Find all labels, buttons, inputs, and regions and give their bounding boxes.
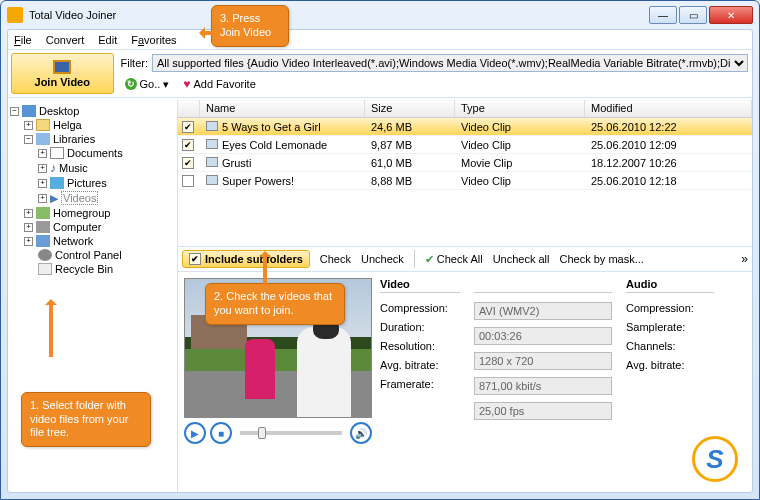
row-checkbox[interactable] [182, 175, 194, 187]
check-button[interactable]: Check [320, 253, 351, 265]
label-resolution: Resolution: [380, 340, 460, 352]
heart-icon: ♥ [183, 77, 190, 91]
tree-recyclebin[interactable]: Recycle Bin [55, 263, 113, 275]
label-a-compression: Compression: [626, 302, 714, 314]
row-checkbox[interactable]: ✔ [182, 157, 194, 169]
computer-icon [36, 221, 50, 233]
label-channels: Channels: [626, 340, 714, 352]
col-size[interactable]: Size [365, 100, 455, 117]
titlebar[interactable]: Total Video Joiner — ▭ ✕ [1, 1, 759, 29]
include-subfolders-toggle[interactable]: ✔Include subfolders [182, 250, 310, 268]
tree-controlpanel[interactable]: Control Panel [55, 249, 122, 261]
network-icon [36, 235, 50, 247]
video-file-icon [206, 175, 218, 185]
video-heading: Video [380, 278, 460, 293]
tree-libraries[interactable]: Libraries [53, 133, 95, 145]
table-row[interactable]: ✔Eyes Cold Lemonade9,87 MBVideo Clip25.0… [178, 136, 752, 154]
checkall-icon: ✔ [425, 253, 434, 266]
value-framerate [474, 402, 612, 420]
callout-1-arrow [49, 301, 53, 357]
window-title: Total Video Joiner [29, 9, 649, 21]
filter-select[interactable]: All supported files {Audio Video Interle… [152, 54, 748, 72]
tree-documents[interactable]: Documents [67, 147, 123, 159]
uncheck-button[interactable]: Uncheck [361, 253, 404, 265]
tree-network[interactable]: Network [53, 235, 93, 247]
join-video-button[interactable]: Join Video [11, 53, 114, 94]
menubar: FFileile Convert Edit Favorites [8, 30, 752, 50]
check-all-button[interactable]: ✔Check All [425, 253, 483, 266]
menu-favorites[interactable]: Favorites [131, 34, 176, 46]
brand-logo: S [692, 436, 738, 482]
pictures-icon [50, 177, 64, 189]
tree-music[interactable]: Music [59, 162, 88, 174]
minimize-button[interactable]: — [649, 6, 677, 24]
volume-slider[interactable] [240, 431, 342, 435]
uncheck-all-button[interactable]: Uncheck all [493, 253, 550, 265]
menu-file[interactable]: FFileile [14, 34, 32, 46]
row-checkbox[interactable]: ✔ [182, 139, 194, 151]
videos-icon: ▶ [50, 192, 58, 205]
mute-button[interactable]: 🔊 [350, 422, 372, 444]
label-compression: Compression: [380, 302, 460, 314]
table-row[interactable]: ✔Grusti61,0 MBMovie Clip18.12.2007 10:26 [178, 154, 752, 172]
table-row[interactable]: Super Powers!8,88 MBVideo Clip25.06.2010… [178, 172, 752, 190]
label-framerate: Framerate: [380, 378, 460, 390]
col-name[interactable]: Name [200, 100, 365, 117]
check-icon: ✔ [189, 253, 201, 265]
menu-convert[interactable]: Convert [46, 34, 85, 46]
row-checkbox[interactable]: ✔ [182, 121, 194, 133]
overflow-icon[interactable]: » [741, 252, 748, 266]
tree-pictures[interactable]: Pictures [67, 177, 107, 189]
callout-1: 1. Select folder with video files from y… [21, 392, 151, 447]
app-icon [7, 7, 23, 23]
value-resolution [474, 352, 612, 370]
controlpanel-icon [38, 249, 52, 261]
documents-icon [50, 147, 64, 159]
label-duration: Duration: [380, 321, 460, 333]
tree-computer[interactable]: Computer [53, 221, 101, 233]
toolbar: Join Video Filter: All supported files {… [8, 50, 752, 98]
audio-heading: Audio [626, 278, 714, 293]
go-button[interactable]: ↻Go..▾ [121, 76, 174, 93]
add-favorite-button[interactable]: ♥Add Favorite [179, 75, 260, 93]
video-file-icon [206, 157, 218, 167]
homegroup-icon [36, 207, 50, 219]
menu-edit[interactable]: Edit [98, 34, 117, 46]
callout-3-arrow [201, 31, 213, 35]
callout-2-arrow [263, 253, 267, 285]
close-button[interactable]: ✕ [709, 6, 753, 24]
value-compression [474, 302, 612, 320]
desktop-icon [22, 105, 36, 117]
tree-homegroup[interactable]: Homegroup [53, 207, 110, 219]
video-file-icon [206, 139, 218, 149]
recyclebin-icon [38, 263, 52, 275]
list-header[interactable]: Name Size Type Modified [178, 100, 752, 118]
filter-label: Filter: [121, 57, 149, 69]
callout-2: 2. Check the videos that you want to joi… [205, 283, 345, 325]
col-modified[interactable]: Modified [585, 100, 752, 117]
value-avgbitrate [474, 377, 612, 395]
stop-button[interactable]: ■ [210, 422, 232, 444]
play-button[interactable]: ▶ [184, 422, 206, 444]
label-samplerate: Samplerate: [626, 321, 714, 333]
callout-3: 3. Press Join Video [211, 5, 289, 47]
maximize-button[interactable]: ▭ [679, 6, 707, 24]
col-type[interactable]: Type [455, 100, 585, 117]
video-file-icon [206, 121, 218, 131]
expander-icon[interactable]: − [10, 107, 19, 116]
join-video-label: Join Video [35, 76, 90, 88]
value-duration [474, 327, 612, 345]
music-icon: ♪ [50, 161, 56, 175]
file-list[interactable]: ✔5 Ways to Get a Girl24,6 MBVideo Clip25… [178, 118, 752, 246]
libraries-icon [36, 133, 50, 145]
label-a-avgbitrate: Avg. bitrate: [626, 359, 714, 371]
check-by-mask-button[interactable]: Check by mask... [560, 253, 644, 265]
tree-desktop[interactable]: Desktop [39, 105, 79, 117]
label-avgbitrate: Avg. bitrate: [380, 359, 460, 371]
tree-videos[interactable]: Videos [61, 191, 98, 205]
tree-helga[interactable]: Helga [53, 119, 82, 131]
table-row[interactable]: ✔5 Ways to Get a Girl24,6 MBVideo Clip25… [178, 118, 752, 136]
app-window: Total Video Joiner — ▭ ✕ FFileile Conver… [0, 0, 760, 500]
go-icon: ↻ [125, 78, 137, 90]
folder-icon [36, 119, 50, 131]
